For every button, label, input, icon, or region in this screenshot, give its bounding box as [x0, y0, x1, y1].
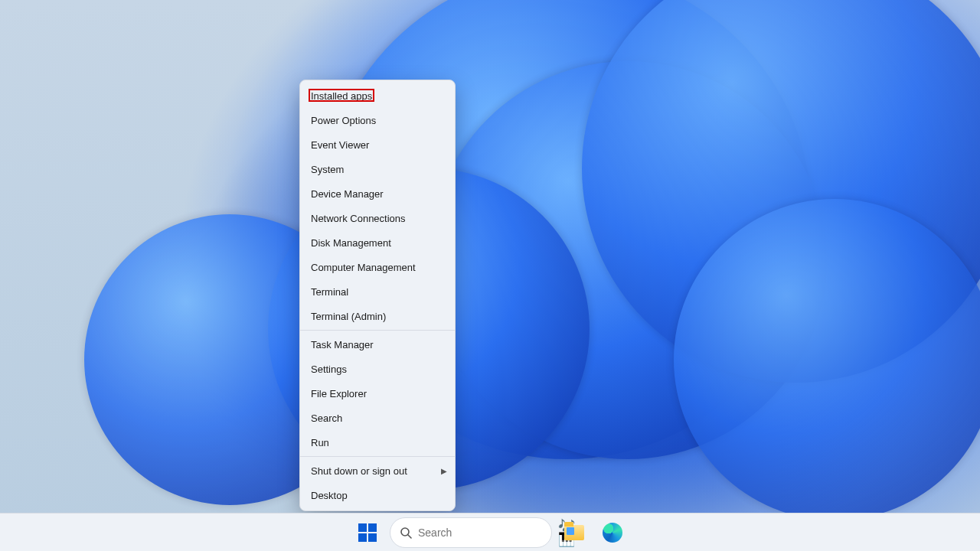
svg-line-1: [408, 535, 411, 538]
start-button[interactable]: [351, 517, 384, 549]
ctx-item-label: Task Manager: [311, 339, 374, 350]
ctx-item-label: File Explorer: [311, 388, 367, 399]
ctx-item-label: Desktop: [311, 490, 348, 501]
ctx-separator: [300, 330, 455, 331]
ctx-item[interactable]: Shut down or sign out▶: [300, 458, 455, 483]
ctx-item-label: Event Viewer: [311, 139, 369, 151]
ctx-item-label: Run: [311, 437, 329, 448]
ctx-item[interactable]: Event Viewer: [300, 132, 455, 157]
search-icon: [400, 527, 412, 539]
ctx-item[interactable]: System: [300, 157, 455, 181]
ctx-item[interactable]: Search: [300, 406, 455, 430]
ctx-item[interactable]: Device Manager: [300, 181, 455, 206]
ctx-item[interactable]: Network Connections: [300, 206, 455, 230]
ctx-item-label: Device Manager: [311, 188, 384, 200]
ctx-item[interactable]: Power Options: [300, 108, 455, 132]
taskbar: 🎶🎹: [0, 513, 980, 551]
ctx-item-label: Power Options: [311, 115, 376, 126]
edge-icon: [603, 523, 622, 543]
ctx-item-label: System: [311, 164, 344, 175]
ctx-item-label: Network Connections: [311, 213, 406, 224]
desktop-wallpaper: [0, 0, 980, 551]
ctx-item[interactable]: Disk Management: [300, 230, 455, 255]
ctx-item[interactable]: Run: [300, 430, 455, 455]
ctx-item[interactable]: Desktop: [300, 483, 455, 507]
ctx-item-label: Installed apps: [311, 90, 372, 102]
taskbar-search[interactable]: 🎶🎹: [390, 517, 552, 548]
ctx-item-label: Computer Management: [311, 262, 416, 273]
ctx-item-label: Disk Management: [311, 237, 391, 249]
ctx-item[interactable]: Terminal (Admin): [300, 304, 455, 328]
ctx-item[interactable]: Computer Management: [300, 255, 455, 279]
search-input[interactable]: [418, 527, 552, 539]
ctx-item[interactable]: Settings: [300, 357, 455, 381]
file-explorer-icon: [564, 525, 584, 540]
ctx-separator: [300, 456, 455, 457]
ctx-item-label: Shut down or sign out: [311, 465, 407, 477]
ctx-item[interactable]: Task Manager: [300, 332, 455, 357]
ctx-item-label: Settings: [311, 364, 347, 375]
file-explorer-button[interactable]: [558, 517, 590, 549]
ctx-item-label: Terminal (Admin): [311, 311, 386, 322]
ctx-item[interactable]: File Explorer: [300, 381, 455, 406]
ctx-item[interactable]: Installed apps: [300, 83, 455, 108]
ctx-item-label: Search: [311, 412, 342, 424]
winx-context-menu: Installed appsPower OptionsEvent ViewerS…: [299, 80, 456, 511]
start-icon: [358, 523, 377, 542]
ctx-item[interactable]: Terminal: [300, 279, 455, 304]
chevron-right-icon: ▶: [441, 467, 447, 475]
ctx-item-label: Terminal: [311, 286, 348, 298]
edge-button[interactable]: [596, 517, 629, 549]
